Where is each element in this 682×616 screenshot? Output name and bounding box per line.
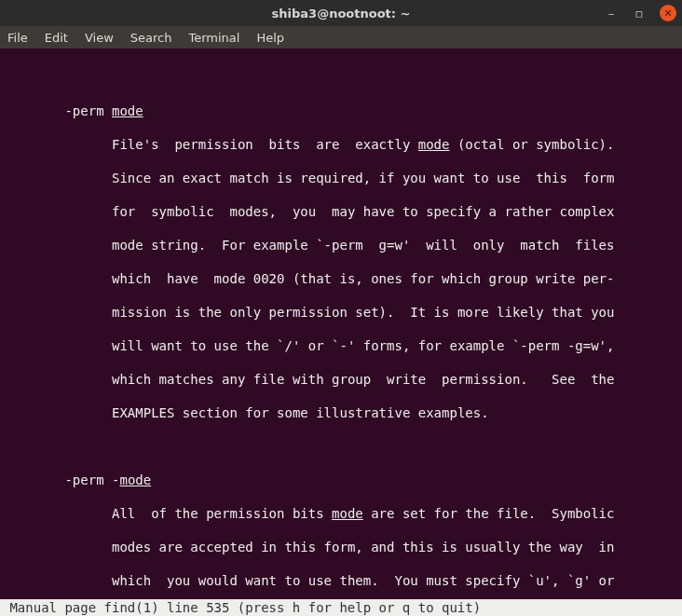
menu-file[interactable]: File [7,31,28,45]
window-controls: – ▫ ✕ [604,0,676,26]
man-line [2,69,680,86]
man-line: for symbolic modes, you may have to spec… [2,203,680,220]
menu-view[interactable]: View [85,31,114,45]
window-title: shiba3@nootnoot: ~ [0,7,682,21]
maximize-button[interactable]: ▫ [632,6,647,21]
man-status-line[interactable]: Manual page find(1) line 535 (press h fo… [0,599,682,616]
man-line: will want to use the `/' or `-' forms, f… [2,337,680,354]
window-titlebar: shiba3@nootnoot: ~ – ▫ ✕ [0,0,682,26]
man-line: EXAMPLES section for some illustrative e… [2,404,680,421]
man-line: File's permission bits are exactly mode … [2,136,680,153]
man-line: modes are accepted in this form, and thi… [2,539,680,555]
man-line [2,438,680,455]
close-button[interactable]: ✕ [660,5,676,21]
menu-terminal[interactable]: Terminal [188,31,239,45]
man-line: All of the permission bits mode are set … [2,505,680,522]
menubar: File Edit View Search Terminal Help [0,26,682,48]
menu-edit[interactable]: Edit [45,31,68,45]
minimize-button[interactable]: – [604,6,619,21]
man-line: which matches any file with group write … [2,371,680,388]
terminal-output[interactable]: -perm mode File's permission bits are ex… [0,48,682,599]
man-line: -perm -mode [2,472,680,488]
man-line: mission is the only permission set). It … [2,304,680,321]
man-line: mode string. For example `-perm g=w' wil… [2,237,680,253]
man-line: which you would want to use them. You mu… [2,572,680,589]
menu-help[interactable]: Help [256,31,284,45]
man-line: which have mode 0020 (that is, ones for … [2,270,680,287]
menu-search[interactable]: Search [130,31,172,45]
man-line: -perm mode [2,103,680,119]
man-line: Since an exact match is required, if you… [2,170,680,186]
